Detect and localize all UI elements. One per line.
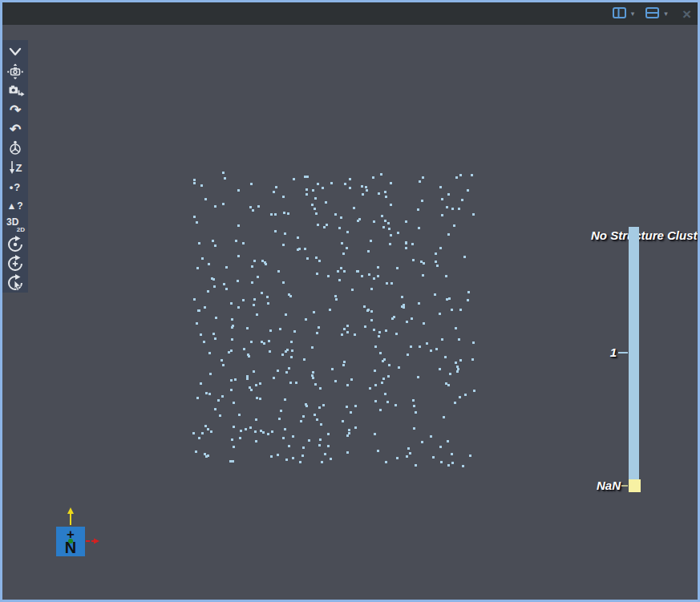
scatter-point	[445, 275, 447, 277]
scatter-point	[411, 317, 413, 320]
scatter-point	[406, 455, 408, 458]
scatter-point	[318, 406, 321, 409]
scatter-point	[280, 410, 282, 412]
scatter-point	[448, 297, 451, 300]
point-query-icon: •?	[10, 181, 22, 193]
scatter-point	[203, 341, 205, 343]
rotate-with-cursor-button[interactable]	[3, 273, 27, 293]
scatter-point	[403, 306, 405, 309]
legend-title: No Structure Clust	[591, 228, 698, 242]
camera-orbit-icon	[6, 62, 25, 81]
mesh-query-icon: ▲?	[6, 200, 23, 212]
3d-viewport[interactable]: ↷ ↶	[2, 25, 698, 600]
scatter-point	[249, 426, 252, 429]
scatter-point	[308, 439, 310, 442]
scatter-point	[432, 456, 435, 459]
scatter-point	[208, 263, 210, 265]
scatter-point	[435, 253, 437, 255]
scatter-point	[237, 280, 239, 282]
scatter-point	[430, 435, 432, 438]
split-horizontal-button[interactable]	[644, 6, 661, 22]
scatter-point	[350, 378, 353, 381]
view-mode-toggle-button[interactable]: 3D 2D	[3, 216, 27, 235]
scatter-point	[295, 382, 297, 384]
scatter-point	[413, 405, 415, 407]
rotate-around-center-button[interactable]	[3, 235, 27, 254]
scatter-point	[349, 178, 351, 180]
scatter-point	[293, 178, 295, 180]
scatter-point	[412, 399, 415, 402]
scatter-point	[471, 358, 474, 361]
scatter-point	[289, 382, 292, 384]
scatter-point	[384, 220, 386, 222]
scatter-point	[346, 331, 349, 333]
scatter-point	[235, 240, 237, 242]
orientation-gimbal-button[interactable]	[3, 139, 27, 158]
close-icon[interactable]: ×	[682, 6, 691, 22]
scatter-point	[302, 446, 305, 449]
scatter-point	[391, 317, 394, 320]
scatter-point	[440, 461, 443, 463]
scatter-point	[305, 318, 307, 321]
scatter-point	[315, 212, 318, 215]
scatter-point	[444, 356, 447, 358]
legend-tick-label: 1	[610, 345, 617, 359]
scatter-point	[196, 322, 198, 325]
scatter-point	[282, 437, 285, 439]
camera-to-view-button[interactable]	[3, 81, 27, 100]
collapse-toolbar-button[interactable]	[3, 42, 27, 62]
split-horizontal-caret-icon[interactable]: ▾	[664, 10, 668, 18]
scatter-point	[447, 384, 450, 386]
redo-button[interactable]: ↷	[3, 100, 27, 119]
scatter-point	[421, 200, 423, 202]
scatter-point	[462, 465, 464, 467]
legend-nan-label: NaN	[597, 479, 621, 492]
scatter-point	[200, 184, 203, 187]
scatter-point	[335, 298, 338, 301]
look-down-z-button[interactable]: Z	[3, 158, 27, 177]
scatter-point	[361, 275, 363, 277]
scatter-point	[455, 327, 457, 329]
scatter-point	[326, 224, 328, 226]
scatter-point	[257, 205, 260, 208]
zoom-to-point-button[interactable]	[3, 254, 27, 273]
scatter-point	[374, 433, 376, 435]
point-query-button[interactable]: •?	[3, 177, 27, 196]
split-vertical-caret-icon[interactable]: ▾	[631, 10, 635, 18]
scatter-point	[201, 432, 204, 434]
scatter-point	[390, 282, 393, 285]
chevron-down-icon	[6, 46, 24, 58]
scatter-point	[315, 257, 318, 259]
scatter-point	[409, 452, 411, 455]
scatter-point	[385, 196, 387, 198]
scatter-point	[357, 220, 359, 222]
scatter-point	[449, 373, 451, 375]
scatter-point	[346, 325, 349, 327]
scatter-point	[278, 418, 281, 420]
scatter-point	[384, 393, 386, 395]
scatter-point	[245, 428, 247, 430]
scatter-point	[385, 461, 387, 463]
undo-button[interactable]: ↶	[3, 119, 27, 139]
scatter-point	[233, 446, 235, 448]
orientation-compass[interactable]: + N	[49, 506, 105, 562]
scatter-point	[193, 298, 196, 301]
scatter-point	[282, 244, 285, 246]
scatter-point	[277, 270, 280, 273]
scatter-point	[246, 327, 249, 329]
scatter-point	[292, 435, 294, 438]
mesh-query-button[interactable]: ▲?	[3, 196, 27, 216]
orbit-camera-button[interactable]	[3, 62, 27, 81]
scatter-point	[342, 364, 345, 366]
scatter-point	[261, 341, 263, 343]
scatter-point	[407, 447, 410, 450]
scatter-point	[277, 454, 279, 456]
scatter-point	[415, 464, 417, 467]
scatter-point	[269, 350, 271, 353]
split-vertical-button[interactable]	[611, 6, 628, 22]
scatter-point	[443, 416, 445, 418]
scatter-point	[418, 302, 420, 305]
point-cloud[interactable]	[2, 25, 698, 600]
scatter-point	[388, 228, 390, 230]
scatter-point	[390, 204, 392, 206]
